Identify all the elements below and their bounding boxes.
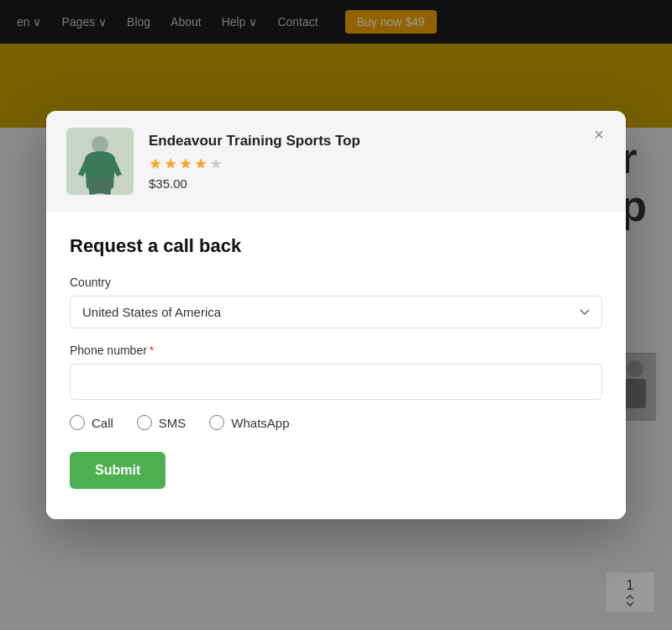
phone-group: Phone number*	[70, 344, 602, 400]
star-5: ★	[209, 155, 223, 173]
close-button[interactable]: ×	[587, 123, 611, 146]
form-title: Request a call back	[70, 235, 602, 257]
product-price: $35.00	[149, 176, 606, 191]
star-1: ★	[149, 155, 162, 173]
radio-call-option[interactable]: Call	[70, 415, 113, 430]
radio-sms[interactable]	[137, 415, 152, 430]
svg-point-4	[92, 136, 108, 153]
modal-product-header: Endeavour Training Sports Top ★ ★ ★ ★ ★ …	[46, 111, 626, 212]
country-label: Country	[70, 276, 602, 289]
star-2: ★	[164, 155, 177, 173]
product-image	[66, 128, 134, 195]
radio-sms-option[interactable]: SMS	[137, 415, 186, 430]
star-3: ★	[179, 155, 192, 173]
submit-button[interactable]: Submit	[70, 452, 165, 489]
country-group: Country United States of America United …	[70, 276, 602, 328]
radio-whatsapp-option[interactable]: WhatsApp	[209, 415, 289, 430]
country-select[interactable]: United States of America United Kingdom …	[70, 296, 602, 328]
modal-dialog: Endeavour Training Sports Top ★ ★ ★ ★ ★ …	[46, 111, 626, 519]
required-indicator: *	[150, 344, 154, 357]
modal-body: Request a call back Country United State…	[46, 212, 626, 519]
radio-whatsapp-label: WhatsApp	[231, 416, 289, 430]
product-info: Endeavour Training Sports Top ★ ★ ★ ★ ★ …	[149, 133, 606, 191]
phone-label: Phone number*	[70, 344, 602, 357]
product-stars: ★ ★ ★ ★ ★	[149, 155, 606, 173]
radio-sms-label: SMS	[159, 416, 186, 430]
star-4: ★	[194, 155, 207, 173]
radio-call[interactable]	[70, 415, 85, 430]
product-name: Endeavour Training Sports Top	[149, 133, 606, 150]
contact-method-group: Call SMS WhatsApp	[70, 415, 602, 430]
phone-input[interactable]	[70, 364, 602, 400]
radio-call-label: Call	[92, 416, 113, 430]
radio-whatsapp[interactable]	[209, 415, 224, 430]
